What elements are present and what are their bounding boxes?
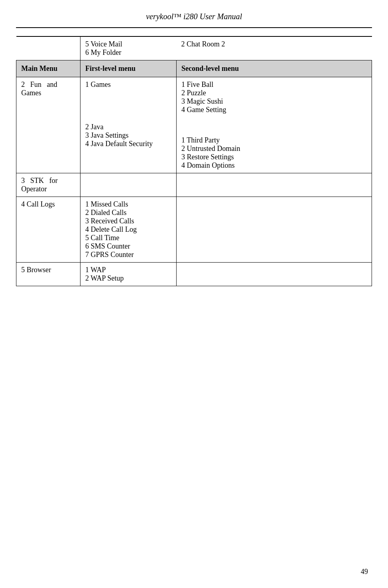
list-item: 4 Game Setting [181,106,367,114]
first-level-stk [80,173,177,197]
list-item: 1 Third Party [181,136,367,144]
main-menu-call-logs: 4 Call Logs [16,197,80,263]
list-item: 2 Puzzle [181,89,367,97]
list-item: 3 Received Calls [85,217,171,225]
stk-label: 3 STK for Operator [21,177,75,193]
list-item: 4 Delete Call Log [85,225,171,234]
voice-mail-item: 5 Voice Mail [85,40,172,48]
first-level-fun-games: 1 Games 2 Java 3 Java Settings 4 Java De… [80,77,177,173]
list-item: 3 Restore Settings [181,153,367,161]
list-item: 1 Games [85,80,171,89]
header-main-menu: Main Menu [16,60,80,77]
call-logs-label: 4 Call Logs [21,200,75,209]
second-level-fun-games: 1 Five Ball 2 Puzzle 3 Magic Sushi 4 Gam… [177,77,372,173]
list-item: 2 Java [85,123,171,131]
list-item: 2 Untrusted Domain [181,144,367,153]
header-first-level: First-level menu [80,60,177,77]
list-item: 4 Java Default Security [85,140,171,148]
pre-col3: 2 Chat Room 2 [177,36,372,60]
main-menu-stk: 3 STK for Operator [16,173,80,197]
chat-room-item: 2 Chat Room 2 [181,40,367,48]
header-second-level: Second-level menu [177,60,372,77]
list-item: 1 Missed Calls [85,200,171,209]
list-item: 1 Five Ball [181,80,367,89]
fun-games-label: 2 Fun and Games [21,80,75,97]
browser-label: 5 Browser [21,266,75,274]
list-item: 3 Java Settings [85,131,171,140]
list-item: 3 Magic Sushi [181,97,367,106]
table-header-row: Main Menu First-level menu Second-level … [16,60,372,77]
table-row: 2 Fun and Games 1 Games 2 Java 3 Java Se… [16,77,372,173]
pre-header-row: 5 Voice Mail 6 My Folder 2 Chat Room 2 [16,36,372,60]
list-item: 1 WAP [85,266,171,274]
page-number: 49 [361,568,368,576]
table-row: 3 STK for Operator [16,173,372,197]
list-item: 2 WAP Setup [85,274,171,283]
main-table: 5 Voice Mail 6 My Folder 2 Chat Room 2 M… [16,36,372,286]
second-level-call-logs [177,197,372,263]
list-item: 2 Dialed Calls [85,209,171,217]
pre-col2: 5 Voice Mail 6 My Folder [80,36,177,60]
list-item: 7 GPRS Counter [85,251,171,259]
list-item: 5 Call Time [85,234,171,242]
first-level-call-logs: 1 Missed Calls 2 Dialed Calls 3 Received… [80,197,177,263]
list-item: 6 SMS Counter [85,242,171,251]
first-level-browser: 1 WAP 2 WAP Setup [80,263,177,286]
spacer [181,114,367,136]
page-container: verykool™ i280 User Manual 5 Voice Mail … [0,0,388,588]
table-row: 5 Browser 1 WAP 2 WAP Setup [16,263,372,286]
list-item: 4 Domain Options [181,161,367,170]
my-folder-item: 6 My Folder [85,48,172,57]
main-menu-browser: 5 Browser [16,263,80,286]
main-menu-fun-games: 2 Fun and Games [16,77,80,173]
table-row: 4 Call Logs 1 Missed Calls 2 Dialed Call… [16,197,372,263]
spacer [85,89,171,123]
second-level-browser [177,263,372,286]
page-title: verykool™ i280 User Manual [16,8,372,28]
pre-col1 [16,36,80,60]
second-level-stk [177,173,372,197]
